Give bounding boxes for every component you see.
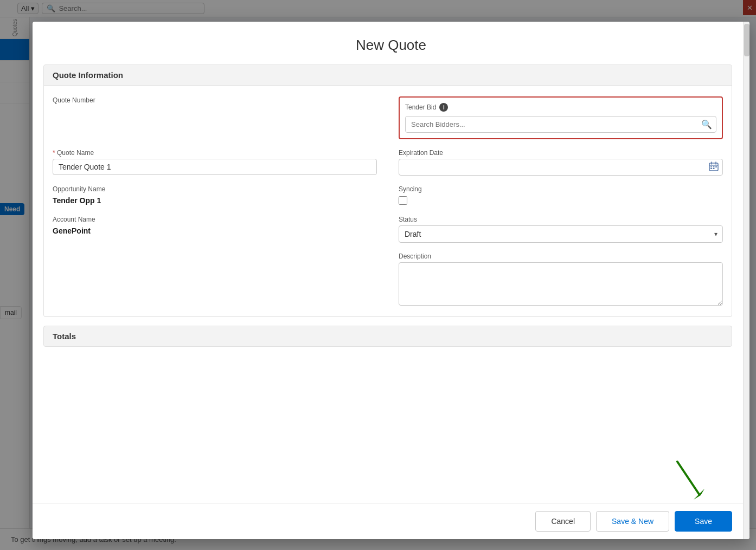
status-field: Status Draft Needs Review In Review Appr…: [399, 216, 723, 243]
expiration-date-input[interactable]: [399, 159, 723, 176]
cancel-button[interactable]: Cancel: [535, 511, 591, 532]
quote-name-label: Quote Name: [53, 149, 377, 157]
form-fields-area: Quote Number Tender Bid i 🔍 Q: [44, 86, 732, 316]
save-button[interactable]: Save: [675, 511, 732, 532]
account-name-value: GenePoint: [53, 225, 377, 236]
svg-rect-7: [710, 168, 712, 169]
modal-title: New Quote: [43, 37, 739, 54]
empty-spacer: [53, 253, 377, 306]
expiration-date-field: Expiration Date: [399, 149, 723, 176]
description-label: Description: [399, 253, 723, 260]
status-select-wrap: Draft Needs Review In Review Approved Re…: [399, 225, 723, 243]
description-field: Description: [399, 253, 723, 306]
calendar-icon[interactable]: [709, 161, 719, 173]
tender-bid-label-row: Tender Bid i: [405, 103, 716, 112]
info-icon[interactable]: i: [439, 103, 448, 112]
syncing-label: Syncing: [399, 185, 723, 193]
opportunity-name-label: Opportunity Name: [53, 185, 377, 193]
account-name-field: Account Name GenePoint: [53, 216, 377, 243]
opportunity-name-field: Opportunity Name Tender Opp 1: [53, 185, 377, 206]
save-new-button[interactable]: Save & New: [596, 511, 669, 532]
tender-bid-label: Tender Bid: [405, 103, 436, 111]
account-name-label: Account Name: [53, 216, 377, 223]
svg-rect-4: [710, 166, 712, 167]
quote-number-label: Quote Number: [53, 96, 377, 104]
syncing-field: Syncing: [399, 185, 723, 206]
search-bidders-wrap: 🔍: [405, 116, 716, 133]
totals-section: Totals: [43, 326, 732, 347]
expiration-date-label: Expiration Date: [399, 149, 723, 157]
status-select[interactable]: Draft Needs Review In Review Approved Re…: [399, 225, 723, 243]
svg-rect-8: [713, 168, 715, 169]
quote-name-input[interactable]: [53, 159, 377, 175]
description-textarea[interactable]: [399, 262, 723, 306]
search-bidders-input[interactable]: [405, 116, 716, 133]
quote-number-field: Quote Number: [53, 96, 377, 139]
scrollbar-thumb[interactable]: [744, 24, 749, 56]
quote-name-field: Quote Name: [53, 149, 377, 176]
status-label: Status: [399, 216, 723, 223]
modal-dialog: New Quote Quote Information Quote Number…: [33, 22, 749, 539]
svg-rect-6: [715, 166, 717, 167]
quote-info-title: Quote Information: [44, 65, 732, 86]
modal-scrollbar[interactable]: [743, 22, 749, 539]
totals-title: Totals: [44, 326, 732, 346]
search-bidders-icon[interactable]: 🔍: [701, 119, 712, 130]
syncing-checkbox[interactable]: [399, 196, 407, 205]
modal-header: New Quote: [33, 22, 749, 64]
svg-rect-5: [713, 166, 715, 167]
modal-body: Quote Information Quote Number Tender Bi…: [33, 64, 743, 503]
quote-information-section: Quote Information Quote Number Tender Bi…: [43, 64, 732, 317]
tender-bid-box: Tender Bid i 🔍: [399, 96, 723, 139]
date-input-wrap: [399, 159, 723, 176]
modal-footer: Cancel Save & New Save: [33, 503, 743, 539]
opportunity-name-value: Tender Opp 1: [53, 195, 377, 206]
